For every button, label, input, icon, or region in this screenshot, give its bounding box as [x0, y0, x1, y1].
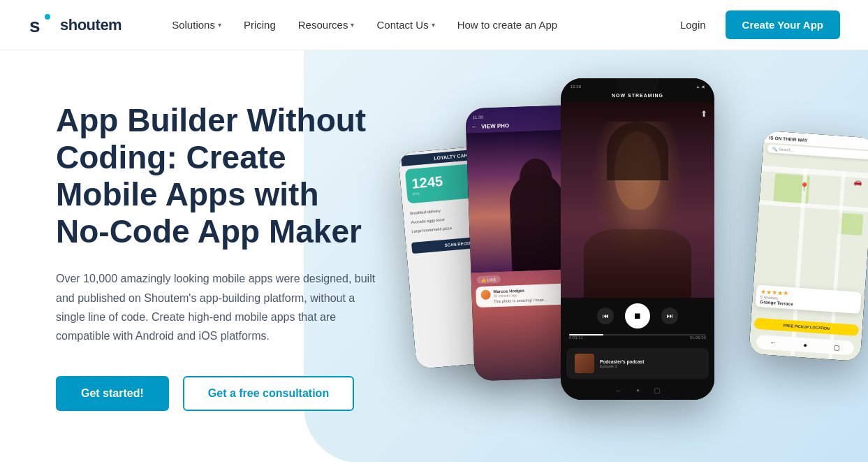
- forward-button[interactable]: ⏭: [661, 308, 678, 324]
- podcast-title: Podcaster's podcast: [600, 359, 700, 364]
- chevron-down-icon: ▾: [432, 21, 435, 29]
- progress-bar: [569, 334, 706, 335]
- map-screen: IS ON THEIR WAY 🔍 Search... 📍: [749, 131, 868, 361]
- podcast-screen: 11:30 ▲ ◀ NOW STREAMING: [561, 78, 714, 400]
- nav-resources[interactable]: Resources ▾: [290, 13, 363, 36]
- rewind-button[interactable]: ⏮: [597, 308, 614, 324]
- phone-notch: [617, 78, 659, 94]
- phone-nav-bar: ← ● ▢: [561, 383, 714, 400]
- phone-podcast: 11:30 ▲ ◀ NOW STREAMING: [561, 78, 714, 400]
- podcast-thumbnail: [575, 354, 594, 373]
- nav-how-to[interactable]: How to create an App: [449, 13, 566, 36]
- delivery-icon: 🚗: [853, 178, 862, 186]
- hero-section: App Builder Without Coding: Create Mobil…: [0, 50, 868, 462]
- consultation-button[interactable]: Get a free consultation: [183, 376, 354, 411]
- phones-illustration: LOYALTY CARD 1245 PTS: [407, 64, 868, 456]
- nav-actions: Login Create Your App: [672, 10, 840, 39]
- nav-solutions[interactable]: Solutions ▾: [163, 13, 230, 36]
- hero-title: App Builder Without Coding: Create Mobil…: [56, 102, 377, 250]
- podcast-mini-card: Podcaster's podcast Episode 3: [566, 348, 709, 379]
- phone-map: IS ON THEIR WAY 🔍 Search... 📍: [749, 131, 868, 361]
- share-icon: ⬆: [700, 109, 707, 119]
- get-started-button[interactable]: Get started!: [56, 376, 169, 411]
- video-area: ⬆: [561, 102, 714, 298]
- create-app-button[interactable]: Create Your App: [726, 10, 840, 39]
- stop-button[interactable]: ⏹: [625, 303, 650, 329]
- time-display: 0:03:11 01:09:30: [561, 335, 714, 344]
- login-button[interactable]: Login: [672, 13, 714, 36]
- logo[interactable]: s shoutem: [28, 11, 122, 39]
- like-button: 👍 LIKE: [477, 275, 501, 284]
- nav-pricing[interactable]: Pricing: [235, 13, 284, 36]
- loyalty-points: 1245: [411, 173, 443, 192]
- hero-description: Over 10,000 amazingly looking mobile app…: [56, 269, 377, 345]
- map-pin: 📍: [798, 182, 809, 192]
- svg-text:s: s: [29, 15, 41, 36]
- playback-controls: ⏮ ⏹ ⏭: [561, 298, 714, 334]
- brand-name: shoutem: [60, 16, 122, 34]
- svg-point-1: [45, 14, 50, 20]
- nav-links: Solutions ▾ Pricing Resources ▾ Contact …: [163, 13, 672, 36]
- avatar: [480, 289, 490, 299]
- hero-content: App Builder Without Coding: Create Mobil…: [0, 60, 405, 453]
- chevron-down-icon: ▾: [351, 21, 354, 29]
- podcast-episode: Episode 3: [600, 364, 700, 368]
- navbar: s shoutem Solutions ▾ Pricing Resources …: [0, 0, 868, 50]
- chevron-down-icon: ▾: [218, 21, 221, 29]
- nav-contact[interactable]: Contact Us ▾: [368, 13, 443, 36]
- comment-text: This photo is amazing! I hope...: [494, 298, 547, 304]
- hero-buttons: Get started! Get a free consultation: [56, 376, 377, 411]
